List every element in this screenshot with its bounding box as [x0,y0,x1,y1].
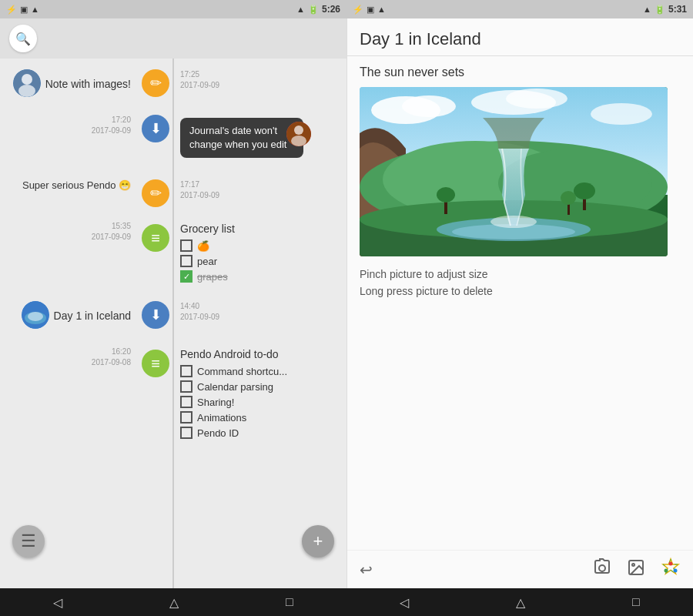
nav-bar-right: ◁ △ □ [346,588,693,616]
home-nav-button-right[interactable]: △ [516,595,525,610]
status-icons-left: ⚡ ▣ ▲ [6,5,39,15]
entry-right-grocery: Grocery list 🍊 pear ✓ grapes [172,215,346,292]
entry-left-grocery: 15:35 2017-09-09 [0,215,139,249]
recent-nav-button-left[interactable]: □ [286,595,293,609]
list-icon: ≡ [151,229,160,247]
home-nav-icon-right: △ [516,596,525,609]
color-button[interactable] [661,557,681,581]
list-item[interactable]: Super serious Pendo 😁 ✏ 17:17 2017-09-09 [0,173,346,212]
todo-checkbox-3[interactable] [180,411,192,424]
todo-checkbox-2[interactable] [180,396,192,408]
entry-time-pendo: 17:17 2017-09-09 [180,179,339,201]
status-bar-container: ⚡ ▣ ▲ ▲ 🔋 5:26 ⚡ ▣ ▲ ▲ 🔋 5:31 [0,0,693,18]
svg-point-26 [574,182,595,199]
search-icon: 🔍 [15,32,31,46]
todo-text-2: Sharing! [197,397,234,408]
recent-nav-icon-left: □ [286,595,293,608]
back-button[interactable]: ↩ [360,561,373,579]
main-content: 🔍 [0,18,693,588]
list-item[interactable]: 16:20 2017-09-08 ≡ Pendo Android to-do C… [0,340,346,448]
entry-left-todo: 16:20 2017-09-08 [0,340,139,374]
svg-point-5 [291,136,306,146]
download-icon-circle: ⬇ [142,115,169,142]
search-button[interactable]: 🔍 [9,25,37,52]
entry-date-journal: 17:20 2017-09-09 [92,115,131,136]
wifi-icon: ▲ [31,5,39,14]
entry-left-iceland: Day 1 in Iceland [0,295,139,336]
entry-icon-area: ✏ [139,63,172,97]
edit-icon-2: ✏ [150,185,162,202]
nav-bar-left: ◁ △ □ [0,588,346,616]
usb-icon-r: ⚡ [353,5,363,15]
list-icon-circle-2: ≡ [142,350,169,377]
entry-icon-pendo: ✏ [139,173,172,207]
entry-right-iceland: 14:40 2017-09-09 [172,295,346,329]
entry-right-pendo: 17:17 2017-09-09 [172,173,346,207]
list-item[interactable]: Day 1 in Iceland ⬇ 14:40 2017-09-09 [0,295,346,337]
hint-line-2: Long press picture to delete [360,283,681,300]
grocery-item-1: pear [180,253,339,269]
menu-button[interactable]: ☰ [12,525,45,557]
svg-point-22 [490,216,537,228]
add-button[interactable]: + [302,525,334,557]
status-bar-right: ⚡ ▣ ▲ ▲ 🔋 5:31 [346,0,693,18]
todo-text-1: Calendar parsing [197,381,273,393]
right-panel: Day 1 in Iceland The sun never sets [346,18,693,588]
download-icon: ⬇ [150,120,162,137]
timeline-area: Note with images! ✏ 17:25 2017-09-09 [0,59,346,588]
image-button[interactable] [627,558,645,581]
status-icons-right: ⚡ ▣ ▲ [353,5,386,15]
checkbox-1[interactable] [180,255,192,267]
waterfall-image[interactable] [360,87,668,256]
checkbox-0[interactable] [180,239,192,252]
todo-item-1: Calendar parsing [180,379,339,394]
checkbox-2[interactable]: ✓ [180,270,192,283]
edit-icon-circle: ✏ [142,69,169,97]
right-title: Day 1 in Iceland [360,29,681,49]
list-item[interactable]: Note with images! ✏ 17:25 2017-09-09 [0,63,346,105]
journal-callout: Journal's date won't change when you edi… [180,118,303,158]
svg-point-28 [561,191,576,205]
entry-icon-journal: ⬇ [139,109,172,142]
screen-icon: ▣ [20,5,28,15]
signal-icon: ▲ [296,5,305,14]
todo-item-3: Animations [180,410,339,425]
home-nav-button-left[interactable]: △ [169,595,179,610]
svg-point-35 [674,569,678,573]
left-panel: 🔍 [0,18,346,588]
svg-point-2 [18,85,35,97]
entry-icon-iceland: ⬇ [139,295,172,329]
svg-point-13 [506,89,567,109]
svg-point-29 [599,565,605,571]
download-icon-2: ⬇ [150,306,162,323]
grocery-list: Grocery list 🍊 pear ✓ grapes [180,221,339,286]
camera-button[interactable] [593,558,611,581]
edit-icon-circle-2: ✏ [142,179,169,207]
todo-checkbox-1[interactable] [180,380,192,393]
list-item[interactable]: 15:35 2017-09-09 ≡ Grocery list 🍊 [0,215,346,292]
recent-nav-button-right[interactable]: □ [632,595,640,609]
todo-item-2: Sharing! [180,394,339,410]
list-item[interactable]: 17:20 2017-09-09 ⬇ Journal's date won't … [0,109,346,170]
entry-left-journal: 17:20 2017-09-09 [0,109,139,142]
svg-point-34 [669,562,673,566]
todo-text-0: Command shortcu... [197,366,287,377]
back-nav-icon-left: ◁ [53,596,62,609]
entry-right-todo: Pendo Android to-do Command shortcu... C… [172,340,346,448]
image-icon [627,558,645,581]
todo-checkbox-0[interactable] [180,365,192,377]
grocery-item-0: 🍊 [180,238,339,253]
item-text-0: 🍊 [197,240,209,252]
entry-icon-grocery: ≡ [139,215,172,252]
entry-left-pendo: Super serious Pendo 😁 [0,173,139,197]
usb-icon: ⚡ [6,5,17,15]
back-nav-button-right[interactable]: ◁ [400,595,409,610]
svg-point-24 [437,187,455,203]
right-hint: Pinch picture to adjust size Long press … [360,266,681,300]
todo-checkbox-4[interactable] [180,427,192,439]
status-bar-left: ⚡ ▣ ▲ ▲ 🔋 5:26 [0,0,346,18]
grocery-title: Grocery list [180,223,339,235]
avatar-img [13,69,41,97]
right-content: The sun never sets [347,56,693,550]
back-nav-button-left[interactable]: ◁ [53,595,62,610]
